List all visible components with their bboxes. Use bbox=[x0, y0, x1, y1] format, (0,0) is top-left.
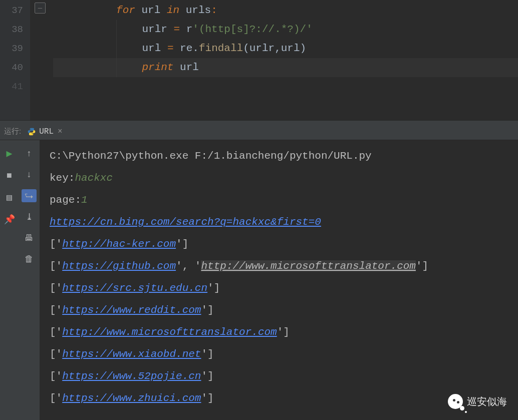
url-link[interactable]: http://hac-ker.com bbox=[62, 238, 176, 250]
input-label: page: bbox=[50, 194, 81, 206]
code-editor[interactable]: 37 38 39 40 41 — for url in urls: urlr =… bbox=[0, 0, 518, 120]
console-line: ['http://hac-ker.com'] bbox=[50, 233, 515, 255]
identifier: urlr bbox=[142, 24, 167, 35]
console-line: ['https://www.xiaobd.net'] bbox=[50, 343, 515, 365]
url-link[interactable]: https://www.reddit.com bbox=[62, 304, 201, 316]
identifier: url bbox=[141, 5, 160, 16]
code-area[interactable]: for url in urls: urlr = r'(http[s]?://.*… bbox=[53, 0, 518, 120]
dot: . bbox=[192, 43, 199, 54]
console-line: ['https://www.reddit.com'] bbox=[50, 299, 515, 321]
operator: = bbox=[167, 43, 174, 54]
wrap-icon[interactable]: ⮑ bbox=[22, 189, 37, 202]
wechat-icon bbox=[448, 394, 463, 409]
watermark-text: 巡安似海 bbox=[467, 395, 507, 408]
run-tool-window: ▶ ■ ▤ 📌 ↑ ↓ ⮑ ⤓ 🖶 🗑 C:\Python27\python.e… bbox=[0, 140, 518, 420]
module: re bbox=[180, 43, 192, 54]
run-tab-bar: 运行: URL × bbox=[0, 123, 518, 140]
url-link[interactable]: https://github.com bbox=[62, 260, 176, 272]
line-no: 39 bbox=[0, 39, 23, 58]
prefix-r: r bbox=[186, 24, 193, 35]
code-line[interactable] bbox=[53, 77, 518, 96]
colon: : bbox=[211, 5, 217, 16]
console-line: key:hackxc bbox=[50, 167, 515, 189]
arrow-down-icon[interactable]: ↓ bbox=[27, 168, 32, 181]
url-link[interactable]: https://cn.bing.com/search?q=hackxc&firs… bbox=[50, 216, 321, 228]
url-link[interactable]: https://www.zhuici.com bbox=[62, 392, 201, 404]
layout-icon[interactable]: ▤ bbox=[7, 192, 12, 203]
keyword-for: for bbox=[116, 5, 135, 16]
code-line[interactable]: urlr = r'(http[s]?://.*?)/' bbox=[53, 20, 518, 39]
console-line: ['https://github.com', 'http://www.micro… bbox=[50, 255, 515, 277]
code-line[interactable]: for url in urls: bbox=[53, 1, 518, 20]
run-tab-name[interactable]: URL bbox=[39, 127, 54, 136]
input-value: 1 bbox=[81, 194, 88, 206]
console-line: ['https://www.zhuici.com'] bbox=[50, 387, 515, 409]
scroll-end-icon[interactable]: ⤓ bbox=[26, 210, 33, 223]
url-link[interactable]: http://www.microsofttranslator.com bbox=[201, 260, 415, 272]
input-value: hackxc bbox=[75, 172, 113, 184]
input-label: key: bbox=[50, 172, 75, 184]
identifier: url bbox=[142, 43, 161, 54]
console-output[interactable]: C:\Python27\python.exe F:/1.biancheng/py… bbox=[40, 140, 518, 420]
keyword-in: in bbox=[167, 5, 179, 16]
code-line[interactable]: print url bbox=[53, 58, 518, 77]
pin-icon[interactable]: 📌 bbox=[4, 214, 15, 225]
function: findall bbox=[199, 43, 243, 54]
line-gutter: 37 38 39 40 41 bbox=[0, 0, 30, 120]
code-line[interactable]: url = re.findall(urlr,url) bbox=[53, 39, 518, 58]
line-no: 38 bbox=[0, 20, 23, 39]
fold-column: — bbox=[30, 0, 53, 120]
stop-icon[interactable]: ■ bbox=[7, 171, 12, 181]
python-icon bbox=[27, 127, 36, 136]
line-no: 41 bbox=[0, 77, 23, 96]
identifier: urls bbox=[186, 5, 211, 16]
line-no: 40 bbox=[0, 58, 23, 77]
play-icon[interactable]: ▶ bbox=[6, 147, 12, 160]
identifier: url bbox=[180, 62, 199, 73]
string-literal: '(http[s]?://.*?)/' bbox=[192, 24, 312, 35]
console-line: ['http://www.microsofttranslator.com'] bbox=[50, 321, 515, 343]
console-cmd: C:\Python27\python.exe F:/1.biancheng/py… bbox=[50, 145, 515, 167]
console-line: ['https://src.sjtu.edu.cn'] bbox=[50, 277, 515, 299]
print-icon[interactable]: 🖶 bbox=[25, 231, 34, 244]
watermark: 巡安似海 bbox=[448, 394, 507, 409]
fold-marker-icon[interactable]: — bbox=[35, 3, 46, 14]
url-link[interactable]: https://src.sjtu.edu.cn bbox=[62, 282, 207, 294]
run-label: 运行: bbox=[4, 127, 21, 136]
keyword-print: print bbox=[142, 62, 173, 73]
console-line: page:1 bbox=[50, 189, 515, 211]
arrow-up-icon[interactable]: ↑ bbox=[27, 147, 32, 160]
trash-icon[interactable]: 🗑 bbox=[25, 252, 34, 265]
args: (urlr,url) bbox=[243, 43, 306, 54]
operator: = bbox=[173, 24, 180, 35]
run-actions-col1: ▶ ■ ▤ 📌 bbox=[0, 140, 19, 420]
line-no: 37 bbox=[0, 1, 23, 20]
console-line: https://cn.bing.com/search?q=hackxc&firs… bbox=[50, 211, 515, 233]
console-line: ['https://www.52pojie.cn'] bbox=[50, 365, 515, 387]
run-actions-col2: ↑ ↓ ⮑ ⤓ 🖶 🗑 bbox=[19, 140, 40, 420]
url-link[interactable]: http://www.microsofttranslator.com bbox=[62, 326, 277, 338]
url-link[interactable]: https://www.xiaobd.net bbox=[62, 348, 201, 360]
url-link[interactable]: https://www.52pojie.cn bbox=[62, 370, 201, 382]
close-tab-icon[interactable]: × bbox=[58, 127, 63, 136]
